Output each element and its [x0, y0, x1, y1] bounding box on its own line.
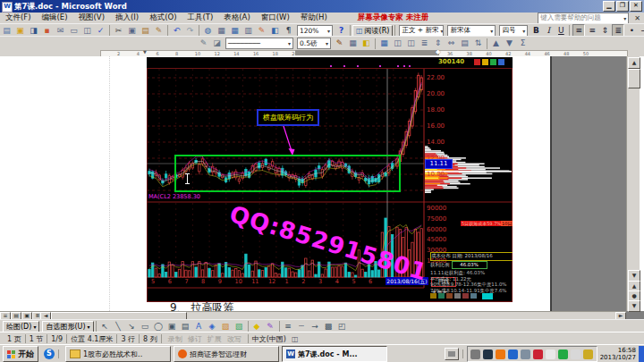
panel-tab-button[interactable] [482, 293, 493, 299]
bold-button[interactable]: B [530, 25, 541, 36]
bullets-button[interactable]: • [626, 25, 637, 36]
rectangle-icon[interactable]: ▭ [140, 321, 151, 333]
align-center-button[interactable]: ≡ [587, 25, 597, 36]
menu-item[interactable]: 表格(A) [218, 13, 255, 23]
oval-icon[interactable]: ◯ [153, 321, 165, 333]
help-question-input[interactable]: 键入需要帮助的问题▾ [538, 13, 629, 24]
ruler-handle[interactable]: ◆ [436, 48, 440, 55]
stock-chart-image[interactable]: 300140 22.0020.0018.0016.0014.0012.0010.… [147, 57, 513, 302]
line-weight-select[interactable]: 0.5磅▾ [297, 38, 331, 49]
sort-desc-icon[interactable]: ▼ [504, 38, 515, 49]
clipart-icon[interactable]: ▨ [220, 321, 232, 333]
arrow-style-icon[interactable]: → [309, 321, 321, 333]
diagram-icon[interactable]: ◈ [207, 321, 218, 333]
menu-item[interactable]: 插入(I) [110, 13, 144, 23]
taskbar-task-button[interactable]: W第7课.doc - M... [282, 346, 387, 362]
tray-icon[interactable] [571, 349, 580, 359]
drawing-canvas-icon[interactable]: ✎ [256, 25, 267, 37]
start-button[interactable]: 开始 [3, 346, 38, 362]
border-color-icon[interactable]: ✎ [334, 38, 345, 49]
close-document-icon[interactable]: ✕ [631, 14, 644, 22]
menu-item[interactable]: 文件(F) [0, 13, 37, 23]
line-style-select[interactable]: ────────▾ [225, 38, 293, 49]
paste-icon[interactable]: ▤ [140, 25, 151, 37]
shadow-icon[interactable]: ▩ [323, 321, 335, 333]
text-direction-icon[interactable]: ⇅ [472, 38, 484, 49]
eraser-icon[interactable]: ◪ [211, 38, 223, 49]
tray-icon[interactable] [496, 349, 505, 359]
panel-tab[interactable] [438, 293, 445, 299]
autosum-icon[interactable]: Σ [517, 38, 529, 49]
hyperlink-icon[interactable]: ◍ [202, 25, 214, 37]
spelling-icon[interactable]: ✓ [95, 25, 106, 37]
tray-icon[interactable] [558, 349, 568, 359]
undo-icon[interactable]: ↶ [171, 25, 182, 37]
help-icon[interactable]: ? [335, 25, 347, 37]
line-color-icon[interactable]: ✎ [265, 321, 276, 333]
cut-icon[interactable]: ✂ [113, 25, 124, 37]
font-select[interactable]: 新宋体▾ [447, 25, 496, 37]
tray-icon[interactable] [533, 349, 543, 359]
panel-tab[interactable] [462, 293, 469, 299]
arrow-icon[interactable]: ↘ [126, 321, 138, 333]
cell-align-icon[interactable]: ≣ [419, 38, 430, 49]
menu-item[interactable]: 格式(O) [144, 13, 182, 23]
close-button[interactable]: ✕ [630, 1, 642, 12]
3d-icon[interactable]: ◰ [336, 321, 348, 333]
menu-item[interactable]: 帮助(H) [295, 13, 333, 23]
panel-tab[interactable] [470, 293, 477, 299]
panel-tab[interactable] [430, 293, 436, 299]
table-autoformat-icon[interactable]: ▤ [459, 38, 470, 49]
save-icon[interactable]: ◨ [28, 25, 39, 37]
underline-button[interactable]: U [555, 25, 566, 36]
quick-launch-icon[interactable]: S [44, 349, 55, 359]
panel-tab[interactable] [446, 293, 453, 299]
align-left-button[interactable]: ≡ [572, 24, 585, 37]
scroll-up-icon[interactable]: ▲ [628, 57, 640, 69]
font-size-select[interactable]: 四号▾ [499, 25, 528, 37]
italic-button[interactable]: I [543, 25, 554, 36]
new-document-icon[interactable]: ▤ [1, 25, 13, 37]
tray-icon[interactable] [483, 349, 493, 359]
insert-table-icon[interactable]: ▦ [229, 25, 241, 37]
picture-icon[interactable]: ▧ [233, 321, 245, 333]
tray-icon[interactable] [508, 349, 518, 359]
print-icon[interactable]: ▭ [68, 25, 80, 37]
dash-style-icon[interactable]: ┄ [296, 321, 308, 333]
email-icon[interactable]: ✉ [55, 25, 66, 37]
indent-marker[interactable]: ▼ [143, 49, 147, 55]
zoom-select[interactable]: 120%▾ [297, 25, 333, 37]
merge-cells-icon[interactable]: ◫ [392, 38, 403, 49]
line-style-icon[interactable]: ≡ [283, 321, 294, 333]
increase-indent-button[interactable]: → [639, 25, 644, 36]
sort-asc-icon[interactable]: ▲ [490, 38, 502, 49]
show-desktop-edge[interactable] [639, 346, 644, 362]
taskbar-task-button[interactable]: 1股市必胜战术和.. [65, 346, 171, 362]
panel-tab[interactable] [454, 293, 461, 299]
taskbar-task-button[interactable]: 招商证券智远理财 [174, 346, 279, 362]
tray-icon[interactable] [583, 349, 593, 359]
style-select[interactable]: 正文 + 新宋▾ [399, 25, 444, 37]
outside-border-icon[interactable]: ▦ [347, 38, 359, 49]
insert-table2-icon[interactable]: ▦ [378, 38, 390, 49]
restore-button[interactable]: ❐ [616, 1, 629, 12]
vertical-textbox-icon[interactable]: ▤ [180, 321, 191, 333]
show-hide-icon[interactable]: ¶ [283, 25, 294, 37]
textbox-icon[interactable]: ▣ [166, 321, 178, 333]
open-folder-icon[interactable]: ▣ [14, 25, 26, 37]
draw-table-icon[interactable]: ✎ [198, 38, 209, 49]
tray-icon[interactable] [521, 349, 530, 359]
redo-icon[interactable]: ↷ [184, 25, 196, 37]
tray-icon[interactable] [546, 349, 555, 359]
shading-color-icon[interactable]: ◧ [360, 38, 372, 49]
line-spacing-button[interactable]: ⇕ [599, 25, 610, 36]
tables-borders-icon[interactable]: ▦ [216, 25, 227, 37]
wordart-icon[interactable]: A [193, 321, 205, 333]
menu-item[interactable]: 视图(V) [73, 13, 110, 23]
tray-icon[interactable] [470, 349, 480, 359]
profit-ratio-value[interactable]: 46.03% [452, 261, 487, 269]
copy-icon[interactable]: ▣ [126, 25, 138, 37]
read-mode-button[interactable]: ◫ 阅读(R) [352, 25, 393, 37]
permission-icon[interactable]: ▪ [41, 25, 53, 37]
format-painter-icon[interactable]: ✎ [153, 25, 165, 37]
